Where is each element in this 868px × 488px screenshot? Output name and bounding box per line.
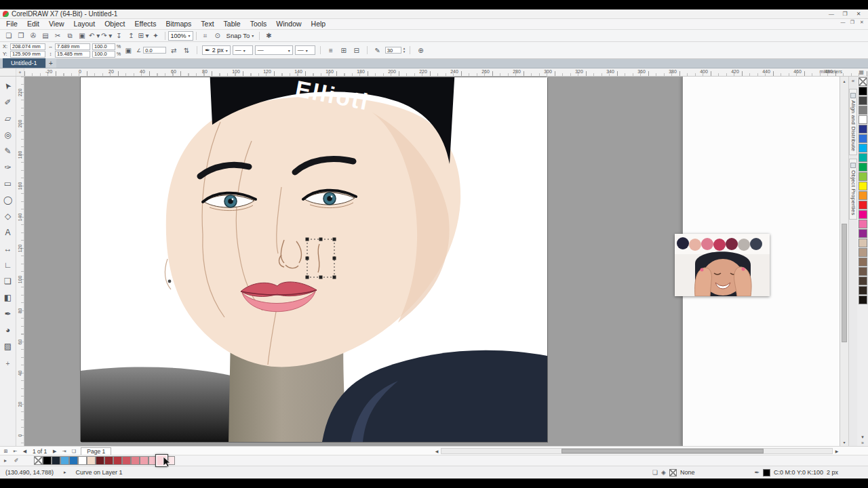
line-style-combo[interactable]: —▾ (255, 45, 293, 55)
smoothing-input[interactable]: 30 (385, 47, 401, 54)
vertical-scrollbar[interactable]: ▴ ▾ (840, 77, 848, 446)
scroll-left-icon[interactable]: ◀ (433, 447, 441, 455)
color-swatch[interactable] (859, 125, 867, 134)
welcome-screen-icon[interactable]: ✦ (150, 30, 162, 41)
menu-item[interactable]: Text (196, 19, 218, 29)
print-icon[interactable]: ▤ (39, 30, 52, 41)
color-swatch[interactable] (859, 163, 867, 171)
options-icon[interactable]: ✱ (262, 30, 275, 41)
color-swatch[interactable] (78, 456, 87, 465)
horizontal-ruler[interactable]: -200204060801001201401601802002202402602… (24, 68, 868, 76)
last-page-button[interactable]: ⇥ (60, 447, 68, 455)
color-swatch[interactable] (859, 220, 867, 228)
cut-icon[interactable]: ✂ (52, 30, 64, 41)
end-arrowhead-combo[interactable]: —▾ (295, 45, 315, 55)
color-swatch[interactable] (859, 153, 867, 162)
first-page-button[interactable]: ⇤ (11, 447, 20, 455)
document-info-icon[interactable]: ❏ (652, 469, 658, 476)
color-swatch[interactable] (859, 229, 867, 238)
color-swatch[interactable] (859, 172, 867, 181)
palette-flyout-icon[interactable]: » (861, 440, 864, 446)
maximize-button[interactable]: ❐ (838, 9, 852, 18)
color-swatch[interactable] (859, 201, 867, 209)
start-arrowhead-combo[interactable]: —▾ (233, 45, 253, 55)
outline-pen-icon[interactable]: ✒ (755, 469, 760, 476)
outline-width-combo[interactable]: ✒ 2 px ▾ (202, 45, 231, 55)
menu-item[interactable]: View (44, 19, 69, 29)
zoom-level-combo[interactable]: 100%▾ (168, 31, 193, 41)
color-swatch[interactable] (34, 456, 43, 465)
next-page-button[interactable]: ▶ (50, 447, 59, 455)
outline-color-swatch[interactable] (763, 469, 770, 476)
snap-to-pixels-icon[interactable]: ⌗ (199, 30, 212, 41)
color-swatch[interactable] (52, 456, 60, 465)
color-swatch[interactable] (859, 96, 867, 105)
drawing-canvas[interactable]: Ellioti (24, 77, 840, 446)
color-swatch[interactable] (859, 87, 867, 96)
docker-collapse-button[interactable]: « (852, 77, 854, 85)
menu-item[interactable]: Table (219, 19, 245, 29)
palette-flyout-icon[interactable]: ▸ (0, 458, 11, 464)
wrap-text-icon[interactable]: ≡ (326, 44, 336, 56)
scale-x-input[interactable]: 100.0 (92, 43, 115, 50)
palette-eyedropper-icon[interactable]: ✐ (11, 458, 22, 464)
copy-icon[interactable]: ⧉ (64, 30, 76, 41)
paste-icon[interactable]: ▣ (76, 30, 88, 41)
color-swatch[interactable] (122, 456, 131, 465)
to-front-icon[interactable]: ⊞ (338, 44, 349, 56)
horizontal-scrollbar[interactable] (441, 448, 833, 454)
color-swatch[interactable] (859, 106, 867, 115)
close-button[interactable]: ✕ (852, 9, 865, 18)
color-swatch[interactable] (859, 77, 867, 86)
docker-tab[interactable]: Align and Distribute (849, 89, 857, 155)
ruler-options-icon[interactable]: ▦ (859, 69, 864, 75)
lock-ratio-icon[interactable]: ▣ (123, 44, 134, 56)
scroll-right-icon[interactable]: ▶ (833, 447, 841, 455)
color-proof-icon[interactable]: ◈ (661, 469, 666, 476)
doc-minimize-button[interactable]: — (838, 20, 848, 25)
y-position-input[interactable]: 125.909 mm (10, 51, 45, 58)
customize-toolbox-button[interactable]: + (6, 360, 10, 367)
menu-item[interactable]: Window (271, 19, 306, 29)
color-swatch[interactable] (859, 210, 867, 219)
to-back-icon[interactable]: ⊟ (351, 44, 362, 56)
add-node-icon[interactable]: ⊕ (415, 44, 426, 56)
color-swatch[interactable] (104, 456, 113, 465)
open-icon[interactable]: ❐ (15, 30, 27, 41)
color-swatch[interactable] (859, 239, 867, 247)
rotation-angle-input[interactable]: 0.0 (143, 47, 166, 54)
redo-icon[interactable]: ↷ ▾ (100, 30, 113, 41)
menu-item[interactable]: Help (307, 19, 331, 29)
menu-item[interactable]: Bitmaps (161, 19, 196, 29)
color-swatch[interactable] (859, 191, 867, 200)
menu-item[interactable]: Tools (245, 19, 272, 29)
color-swatch[interactable] (859, 277, 867, 285)
height-input[interactable]: 15.485 mm (55, 51, 90, 58)
ruler-origin-button[interactable]: ⌖ (16, 68, 24, 76)
docker-tab[interactable]: Object Properties (849, 159, 857, 220)
menu-item[interactable]: Effects (130, 19, 161, 29)
color-swatch[interactable] (60, 456, 69, 465)
color-swatch[interactable] (96, 456, 104, 465)
color-swatch[interactable] (859, 248, 867, 257)
application-launcher-icon[interactable]: ⊞ ▾ (137, 30, 149, 41)
color-swatch[interactable] (859, 296, 867, 304)
color-swatch[interactable] (87, 456, 96, 465)
color-swatch[interactable] (859, 267, 867, 276)
color-swatch[interactable] (859, 144, 867, 152)
vertical-scroll-thumb[interactable] (842, 224, 847, 342)
fill-color-swatch[interactable] (669, 469, 677, 476)
snap-to-objects-icon[interactable]: ⊙ (212, 30, 224, 41)
menu-item[interactable]: File (1, 19, 22, 29)
snap-to-dropdown[interactable]: Snap To▾ (224, 31, 257, 41)
color-swatch[interactable] (43, 456, 52, 465)
previous-page-button[interactable]: ◀ (20, 447, 29, 455)
document-page[interactable]: Ellioti (80, 77, 547, 441)
mirror-horizontal-button[interactable]: ⇄ (168, 44, 179, 56)
vertical-ruler[interactable]: 220200180160140120100806040200 (16, 77, 24, 446)
color-swatch[interactable] (113, 456, 122, 465)
mirror-vertical-button[interactable]: ⇅ (181, 44, 192, 56)
page-tab-page-1[interactable]: Page 1 (81, 447, 111, 455)
horizontal-scroll-thumb[interactable] (561, 449, 764, 453)
document-tab-untitled-1[interactable]: Untitled-1 (3, 58, 45, 68)
